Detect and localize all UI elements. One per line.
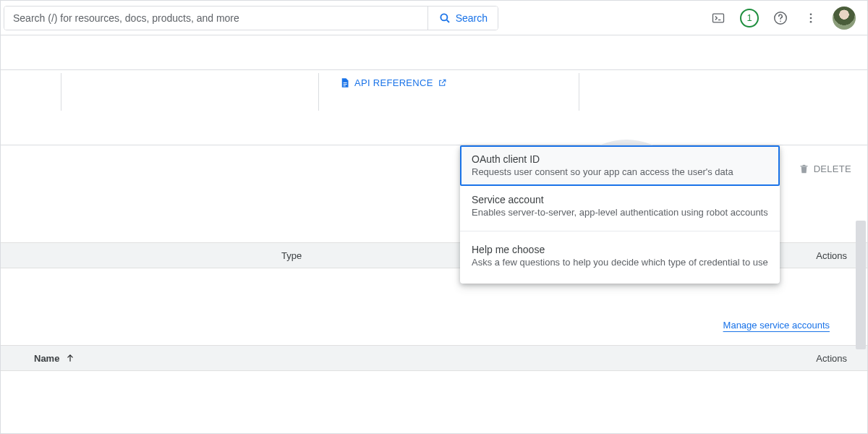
api-reference-link[interactable]: API REFERENCE [339, 77, 447, 88]
trash-icon [799, 163, 809, 174]
menu-item-oauth-client-id[interactable]: OAuth client ID Requests user consent so… [460, 145, 780, 186]
svg-rect-11 [344, 85, 346, 86]
menu-item-title: Service account [472, 194, 768, 205]
sort-ascending-icon [65, 353, 75, 363]
svg-point-0 [441, 14, 447, 20]
menu-item-desc: Requests user consent so your app can ac… [472, 166, 768, 177]
menu-item-desc: Asks a few questions to help you decide … [472, 257, 768, 268]
cloud-shell-icon[interactable] [710, 9, 727, 27]
search-container: Search [4, 6, 498, 30]
manage-service-accounts-link[interactable]: Manage service accounts [723, 320, 830, 331]
avatar[interactable] [833, 7, 856, 30]
section-spacer [1, 111, 867, 145]
manage-service-accounts-row: Manage service accounts [1, 305, 867, 345]
svg-rect-2 [713, 14, 724, 22]
help-icon[interactable] [772, 9, 789, 27]
svg-point-7 [810, 17, 812, 19]
column-header-actions: Actions [816, 353, 867, 364]
create-credentials-menu: OAuth client ID Requests user consent so… [460, 145, 780, 284]
search-button[interactable]: Search [427, 7, 498, 30]
free-trial-badge[interactable]: 1 [740, 9, 759, 27]
menu-item-desc: Enables server-to-server, app-level auth… [472, 207, 768, 218]
trial-badge-value: 1 [746, 12, 752, 23]
column-header-name-label: Name [34, 353, 59, 364]
header-gap [1, 35, 867, 70]
menu-item-service-account[interactable]: Service account Enables server-to-server… [460, 186, 780, 226]
vertical-scrollbar[interactable] [856, 221, 866, 349]
svg-point-6 [810, 13, 812, 15]
menu-divider [460, 231, 780, 231]
api-reference-label: API REFERENCE [354, 77, 433, 88]
top-bar: Search 1 [1, 1, 867, 35]
api-reference-row: API REFERENCE [1, 70, 867, 111]
search-icon [438, 12, 451, 25]
menu-item-title: Help me choose [472, 244, 768, 255]
api-cell-1 [61, 73, 319, 111]
svg-rect-9 [344, 82, 347, 83]
external-link-icon [438, 78, 447, 88]
more-menu-icon[interactable] [802, 9, 820, 27]
svg-point-5 [780, 20, 781, 22]
column-header-type[interactable]: Type [1, 250, 302, 261]
menu-item-help-me-choose[interactable]: Help me choose Asks a few questions to h… [460, 236, 780, 276]
main-content: CREATE CREDENTIALS DELETE OAuth client I… [1, 145, 867, 371]
top-right-actions: 1 [710, 7, 856, 30]
document-icon [339, 77, 350, 88]
column-header-name[interactable]: Name [1, 353, 75, 364]
search-button-label: Search [456, 12, 488, 24]
api-cell-2: API REFERENCE [319, 73, 579, 111]
api-cell-0 [1, 73, 61, 111]
search-input[interactable] [4, 7, 427, 30]
delete-button[interactable]: DELETE [799, 163, 851, 174]
svg-rect-10 [344, 84, 347, 85]
svg-point-8 [810, 20, 812, 22]
menu-item-title: OAuth client ID [472, 153, 768, 165]
delete-label: DELETE [814, 163, 851, 174]
table-header-2: Name Actions [1, 345, 867, 371]
svg-line-1 [446, 20, 448, 22]
